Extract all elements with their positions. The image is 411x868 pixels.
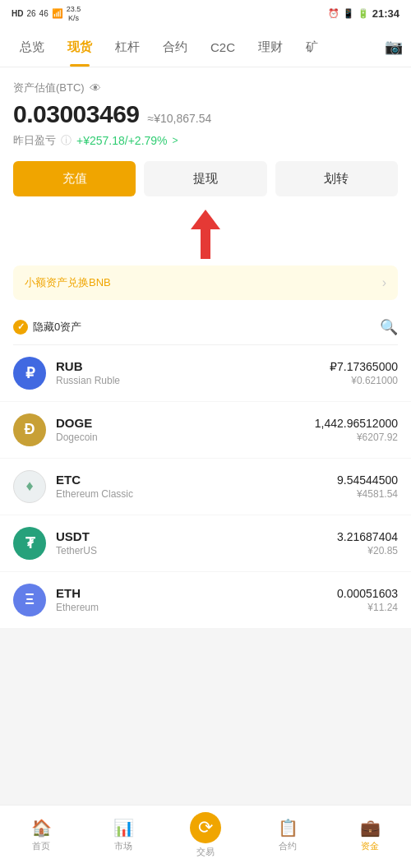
coin-list: ₽ RUB Russian Ruble ₽7.17365000 ¥0.62100…: [0, 345, 411, 629]
coin-info-doge: DOGE Dogecoin: [56, 416, 315, 443]
pnl-label: 昨日盈亏: [13, 133, 56, 148]
pnl-row: 昨日盈亏 ⓘ +¥257.18/+2.79% >: [13, 133, 398, 148]
coin-icon-doge: Ð: [13, 413, 46, 446]
coin-name-eth: ETH: [56, 586, 337, 600]
arrow-head: [191, 210, 220, 229]
asset-label-row: 资产估值(BTC) 👁: [13, 81, 398, 95]
list-item[interactable]: Ξ ETH Ethereum 0.00051603 ¥11.24: [0, 572, 411, 629]
bottom-nav-market[interactable]: 📊 市场: [99, 818, 148, 852]
list-item[interactable]: ₮ USDT TetherUS 3.21687404 ¥20.85: [0, 515, 411, 572]
nav-item-overview[interactable]: 总览: [8, 28, 56, 67]
bottom-nav-funds[interactable]: 💼 资金: [345, 818, 395, 852]
bottom-nav-contract[interactable]: 📋 合约: [263, 818, 312, 852]
coin-name-etc: ETC: [56, 473, 337, 487]
filter-label: 隐藏0资产: [33, 320, 81, 335]
transfer-button[interactable]: 划转: [275, 161, 398, 196]
list-item[interactable]: Ð DOGE Dogecoin 1,442.96512000 ¥6207.92: [0, 402, 411, 459]
nav-item-finance[interactable]: 理财: [247, 28, 294, 67]
nav-item-contract[interactable]: 合约: [151, 28, 199, 67]
market-icon: 📊: [113, 818, 134, 838]
status-bar: HD 26 46 📶 23.5K/s ⏰ 📱 🔋 21:34: [0, 0, 411, 28]
contract-label: 合约: [279, 840, 297, 852]
funds-icon: 💼: [360, 818, 381, 838]
coin-amount-doge: 1,442.96512000: [315, 417, 398, 430]
camera-button[interactable]: 📷: [385, 38, 403, 56]
withdraw-button[interactable]: 提现: [144, 161, 266, 196]
coin-cny-rub: ¥0.621000: [330, 375, 398, 386]
coin-amount-eth: 0.00051603: [337, 587, 398, 600]
nav-item-leverage[interactable]: 杠杆: [104, 28, 151, 67]
main-content: 资产估值(BTC) 👁 0.03003469 ≈¥10,867.54 昨日盈亏 …: [0, 67, 411, 345]
coin-icon-etc: ♦: [13, 470, 46, 503]
bottom-nav-home[interactable]: 🏠 首页: [16, 818, 66, 852]
coin-fullname-usdt: TetherUS: [56, 545, 337, 556]
list-item[interactable]: ♦ ETC Ethereum Classic 9.54544500 ¥4581.…: [0, 459, 411, 515]
coin-cny-etc: ¥4581.54: [337, 488, 398, 500]
coin-name-rub: RUB: [56, 359, 330, 373]
coin-balance-rub: ₽7.17365000 ¥0.621000: [330, 360, 398, 386]
coin-fullname-rub: Russian Ruble: [56, 375, 330, 386]
small-asset-banner[interactable]: 小额资产兑换BNB ›: [13, 265, 398, 300]
etc-symbol: ♦: [25, 478, 33, 495]
coin-icon-rub: ₽: [13, 357, 46, 390]
red-arrow-icon: [191, 210, 220, 259]
bottom-nav: 🏠 首页 📊 市场 ⟳ 交易 📋 合约 💼 资金: [0, 805, 411, 868]
checkmark-icon: ✓: [17, 321, 25, 332]
status-4g: 46: [39, 9, 48, 18]
status-signal: 26: [26, 9, 35, 18]
bottom-nav-trade[interactable]: ⟳ 交易: [181, 812, 230, 858]
coin-fullname-doge: Dogecoin: [56, 432, 315, 443]
home-icon: 🏠: [31, 818, 52, 838]
coin-amount-rub: ₽7.17365000: [330, 360, 398, 373]
wifi-icon: 📶: [52, 8, 63, 19]
filter-left: ✓ 隐藏0资产: [13, 320, 81, 335]
coin-balance-usdt: 3.21687404 ¥20.85: [337, 530, 398, 556]
top-nav: 总览 现货 杠杆 合约 C2C 理财 矿 📷: [0, 28, 411, 67]
coin-info-usdt: USDT TetherUS: [56, 529, 337, 556]
coin-amount-usdt: 3.21687404: [337, 530, 398, 543]
coin-amount-etc: 9.54544500: [337, 473, 398, 487]
banner-text: 小额资产兑换BNB: [25, 275, 111, 290]
coin-cny-eth: ¥11.24: [337, 602, 398, 613]
coin-info-etc: ETC Ethereum Classic: [56, 473, 337, 500]
coin-icon-eth: Ξ: [13, 584, 46, 616]
balance-btc: 0.03003469: [13, 100, 140, 128]
coin-name-usdt: USDT: [56, 529, 337, 543]
filter-row: ✓ 隐藏0资产 🔍: [13, 312, 398, 344]
pnl-expand-arrow[interactable]: >: [173, 135, 178, 146]
usdt-symbol: ₮: [25, 534, 35, 552]
nav-item-spot[interactable]: 现货: [56, 28, 104, 67]
market-label: 市场: [114, 840, 132, 852]
list-item[interactable]: ₽ RUB Russian Ruble ₽7.17365000 ¥0.62100…: [0, 345, 411, 402]
eye-icon[interactable]: 👁: [90, 81, 101, 95]
coin-info-eth: ETH Ethereum: [56, 586, 337, 613]
doge-symbol: Ð: [25, 421, 35, 438]
coin-info-rub: RUB Russian Ruble: [56, 359, 330, 386]
eth-symbol: Ξ: [25, 591, 35, 608]
contract-icon: 📋: [278, 818, 298, 838]
status-speed: 23.5K/s: [67, 5, 81, 23]
nav-item-mining[interactable]: 矿: [294, 28, 330, 67]
balance-row: 0.03003469 ≈¥10,867.54: [13, 100, 398, 128]
home-label: 首页: [32, 840, 50, 852]
banner-arrow-icon: ›: [382, 275, 386, 290]
asset-label-text: 资产估值(BTC): [13, 81, 85, 95]
coin-balance-doge: 1,442.96512000 ¥6207.92: [315, 417, 398, 443]
coin-fullname-eth: Ethereum: [56, 602, 337, 613]
funds-label: 资金: [361, 840, 379, 852]
hide-zero-checkbox[interactable]: ✓: [13, 320, 28, 335]
search-button[interactable]: 🔍: [380, 318, 398, 336]
search-icon: 🔍: [380, 319, 398, 335]
coin-balance-eth: 0.00051603 ¥11.24: [337, 587, 398, 613]
deposit-button[interactable]: 充值: [13, 161, 136, 196]
nav-item-c2c[interactable]: C2C: [199, 29, 247, 66]
coin-name-doge: DOGE: [56, 416, 315, 430]
sim-icon: 📱: [343, 8, 354, 19]
arrow-body: [201, 229, 210, 259]
trade-icon: ⟳: [190, 812, 221, 843]
status-right: ⏰ 📱 🔋 21:34: [328, 7, 399, 20]
coin-fullname-etc: Ethereum Classic: [56, 488, 337, 500]
coin-cny-usdt: ¥20.85: [337, 545, 398, 556]
balance-approx: ≈¥10,867.54: [148, 112, 212, 125]
status-left: HD 26 46 📶 23.5K/s: [12, 5, 81, 23]
